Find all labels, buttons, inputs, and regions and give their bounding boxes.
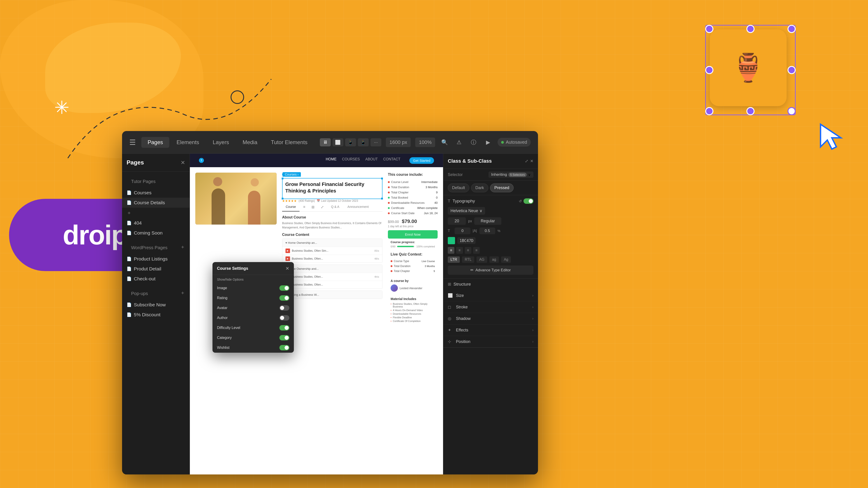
- tab-layers[interactable]: Layers: [206, 137, 235, 148]
- device-mobile[interactable]: 📱: [358, 138, 369, 147]
- handle-top-left[interactable]: [705, 25, 713, 33]
- handle-bottom-center[interactable]: [746, 107, 754, 115]
- toggle-author-switch[interactable]: [279, 315, 289, 321]
- nav-courses[interactable]: COURSES: [342, 157, 360, 164]
- state-default-btn[interactable]: Default: [448, 184, 469, 192]
- close-panel-icon[interactable]: ✕: [530, 159, 533, 164]
- handle-top-right[interactable]: [787, 25, 796, 33]
- handle-bottom-right[interactable]: [787, 107, 796, 115]
- section-header-3[interactable]: ▾ Starting a Business W...: [282, 291, 382, 299]
- case-ag-btn[interactable]: AG: [476, 256, 487, 263]
- last-updated: 📅 Last Updated 12 October 2023: [317, 199, 358, 202]
- align-center-btn[interactable]: ≡: [456, 247, 463, 254]
- sidebar-item-product-listings[interactable]: 📄 Product Listings: [122, 254, 190, 264]
- line-height-input[interactable]: [479, 228, 495, 234]
- device-desktop[interactable]: 🖥: [320, 138, 331, 147]
- sidebar-item-coming-soon[interactable]: 📄 Coming Soon: [122, 228, 190, 238]
- sidebar-item-courses[interactable]: 📄 Courses: [122, 188, 190, 198]
- align-justify-btn[interactable]: ≡: [473, 247, 480, 254]
- tab-media[interactable]: Media: [236, 137, 264, 148]
- sel-handle-bl[interactable]: [282, 198, 283, 199]
- sel-handle-tr[interactable]: [381, 177, 383, 180]
- toggle-category-switch[interactable]: [279, 335, 289, 340]
- ltr-btn[interactable]: LTR: [448, 256, 460, 263]
- device-more[interactable]: ···: [370, 138, 381, 147]
- sidebar-item-product-detail[interactable]: 📄 Produt Detail: [122, 264, 190, 274]
- typography-reset-btn[interactable]: ↺: [519, 199, 522, 203]
- typography-section-header[interactable]: T Typography ↺: [443, 195, 538, 207]
- warning-btn[interactable]: ⚠: [454, 137, 464, 147]
- zoom-display[interactable]: 100%: [415, 138, 435, 147]
- course-title-selected-box[interactable]: Courses › Grow Personal Financial Securi…: [282, 178, 382, 199]
- sel-handle-br[interactable]: [381, 198, 383, 199]
- font-size-input[interactable]: [448, 217, 466, 225]
- device-tablet-landscape[interactable]: ⬜: [333, 138, 343, 147]
- structure-size[interactable]: ⬜ Size ›: [443, 290, 538, 301]
- nav-home[interactable]: HOME: [326, 157, 337, 164]
- tab-elements[interactable]: Elements: [170, 137, 206, 148]
- search-btn[interactable]: 🔍: [440, 137, 450, 147]
- add-popup-btn[interactable]: ＋: [180, 289, 185, 296]
- tab-qa[interactable]: Q & A: [327, 203, 343, 212]
- font-weight-input[interactable]: [474, 217, 501, 225]
- toggle-avatar-switch[interactable]: [279, 305, 289, 311]
- tab-pages[interactable]: Pages: [141, 137, 169, 148]
- handle-bottom-left[interactable]: [705, 107, 713, 115]
- handle-middle-left[interactable]: [705, 66, 713, 74]
- align-right-btn[interactable]: ≡: [465, 247, 471, 254]
- add-page-btn[interactable]: ＋: [127, 210, 131, 216]
- advance-type-editor-btn[interactable]: ✏ Advance Type Editor: [448, 265, 533, 275]
- handle-top-center[interactable]: [746, 25, 754, 33]
- case-lowercase-btn[interactable]: ag: [489, 256, 499, 263]
- structure-stroke[interactable]: ◻ Stroke ›: [443, 301, 538, 313]
- menu-icon[interactable]: ☰: [129, 138, 136, 147]
- sidebar-item-discount[interactable]: 📄 5% Discount: [122, 310, 190, 320]
- preview-btn[interactable]: ▶: [483, 137, 493, 147]
- orange-box-element[interactable]: 🏺: [710, 29, 786, 106]
- sidebar-close-btn[interactable]: ✕: [181, 160, 185, 166]
- letter-spacing-input[interactable]: [455, 228, 470, 234]
- sidebar-item-checkout[interactable]: 📄 Check-out: [122, 274, 190, 284]
- typography-toggle[interactable]: [524, 198, 533, 204]
- enroll-button[interactable]: Enrol Now: [388, 230, 438, 238]
- tab-tutor-elements[interactable]: Tutor Elements: [265, 137, 314, 148]
- tab-icon-2[interactable]: ⊞: [309, 203, 317, 212]
- help-btn[interactable]: ⓘ: [469, 137, 478, 147]
- fullscreen-icon[interactable]: ⤢: [525, 159, 528, 164]
- sidebar-item-404[interactable]: 📄 404: [122, 218, 190, 228]
- sidebar-item-subscribe[interactable]: 📄 Subscribe Now: [122, 300, 190, 310]
- tab-icon-3[interactable]: ⤢: [318, 203, 327, 212]
- toggle-rating-switch[interactable]: [279, 295, 289, 301]
- selector-dropdown[interactable]: Inheriting 5 Selectors ∨: [489, 171, 533, 178]
- sel-handle-tl[interactable]: [282, 177, 283, 180]
- sidebar-item-course-details[interactable]: 📄 Course Details: [122, 198, 190, 207]
- nav-get-started-btn[interactable]: Get Started: [409, 157, 434, 164]
- case-capitalize-btn[interactable]: Ag: [501, 256, 511, 263]
- add-wordpress-page-btn[interactable]: ＋: [180, 243, 185, 250]
- structure-section-header[interactable]: ⊞ Structure: [443, 279, 538, 290]
- device-tablet[interactable]: 📱: [345, 138, 356, 147]
- tab-icon-1[interactable]: ≡: [301, 203, 308, 212]
- structure-effects[interactable]: ✦ Effects ›: [443, 324, 538, 336]
- state-pressed-btn[interactable]: Pressed: [490, 184, 514, 192]
- toggle-image-switch[interactable]: [279, 285, 289, 291]
- toggle-wishlist-switch[interactable]: [279, 345, 289, 350]
- section-header-1[interactable]: ▾ Home Ownership an...: [282, 239, 382, 247]
- nav-about[interactable]: ABOUT: [365, 157, 378, 164]
- structure-position[interactable]: ⊹ Position ›: [443, 336, 538, 348]
- color-swatch[interactable]: [448, 237, 455, 244]
- rtl-btn[interactable]: RTL: [462, 256, 474, 263]
- toggle-rating: Rating: [213, 293, 294, 303]
- structure-shadow[interactable]: ◎ Shadow ›: [443, 313, 538, 324]
- instructor-name: Lested Alexander: [400, 287, 422, 290]
- state-dark-btn[interactable]: Dark: [471, 184, 488, 192]
- tab-course[interactable]: Course: [282, 203, 300, 212]
- font-family-selector[interactable]: Helvetica Neue ∨: [448, 207, 485, 215]
- align-left-btn[interactable]: ≡: [448, 247, 454, 254]
- tab-announcement[interactable]: Announcement: [344, 203, 372, 212]
- nav-contact[interactable]: CONTACT: [383, 157, 400, 164]
- section-header-2[interactable]: ▾ Home Ownership and...: [282, 265, 382, 273]
- toggle-difficulty-switch[interactable]: [279, 325, 289, 330]
- handle-middle-right[interactable]: [787, 66, 796, 74]
- modal-close-btn[interactable]: ✕: [285, 266, 289, 271]
